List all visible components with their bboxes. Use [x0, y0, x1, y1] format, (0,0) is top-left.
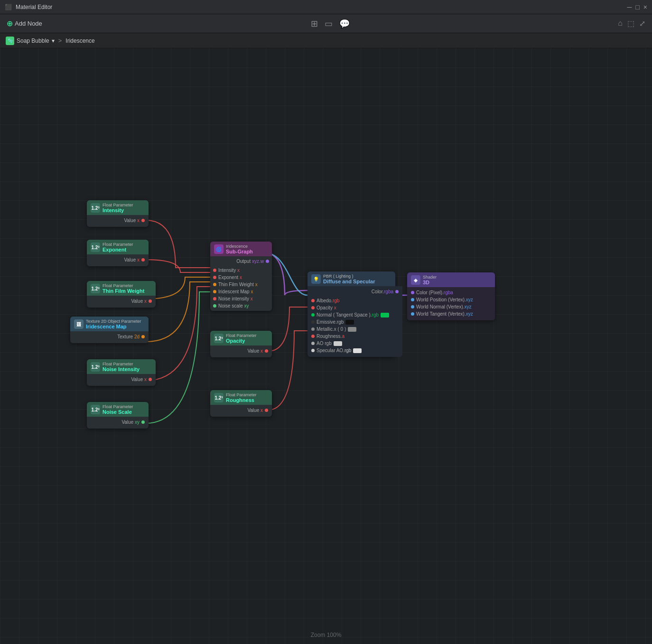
pbr-normal: Normal ( Tangent Space ).rgb [317, 312, 379, 317]
sg-input-dot-exponent [213, 276, 216, 279]
node-type-tex: Texture 2D Object Parameter [86, 319, 141, 324]
node-intensity[interactable]: 1.2³ Float Parameter Intensity Value x [87, 200, 149, 227]
shader-worldnorm: World Normal (Vertex).xyz [416, 304, 472, 309]
node-noise-scale[interactable]: 1.2³ Float Parameter Noise Scale Value x… [87, 402, 149, 429]
breadcrumb: 🫧 Soap Bubble ▾ > Iridescence [0, 33, 652, 48]
sg-input-intensity: Intensity x [218, 268, 240, 273]
sg-input-dot-intensity [213, 269, 216, 272]
port-label-ni: Value x [131, 377, 147, 382]
breadcrumb-root[interactable]: 🫧 Soap Bubble ▾ [6, 37, 55, 45]
float-param-icon-exp: 1.2³ [91, 243, 100, 252]
node-exponent[interactable]: 1.2³ Float Parameter Exponent Value x [87, 240, 149, 266]
toolbar-center: ⊞ ▭ 💬 [311, 19, 350, 29]
pbr-normal-swatch [381, 313, 389, 317]
app-icon: ⬛ [5, 4, 12, 10]
node-texture2d[interactable]: 🖼 Texture 2D Object Parameter Iridescenc… [70, 317, 149, 343]
toolbar: ⊕ Add Node ⊞ ▭ 💬 ⌂ ⬚ ⤢ [0, 14, 652, 33]
float-param-icon-op: 1.2³ [214, 334, 224, 343]
pbr-emissive-dot [311, 320, 315, 324]
node-name-rg: Roughness [226, 397, 257, 403]
comment-icon[interactable]: 💬 [339, 19, 350, 29]
minimize-icon[interactable]: ─ [627, 3, 632, 11]
pbr-albedo: Albedo.rgb [317, 298, 339, 303]
breadcrumb-root-label: Soap Bubble [17, 37, 49, 44]
plus-icon: ⊕ [7, 19, 13, 28]
node-type-exponent: Float Parameter [102, 242, 133, 247]
float-param-icon-ns: 1.2³ [91, 405, 100, 414]
toolbar-left: ⊕ Add Node [7, 19, 42, 28]
node-type-rg: Float Parameter [226, 392, 257, 397]
sg-output-dot [266, 260, 269, 263]
panel-icon[interactable]: ▭ [325, 19, 333, 29]
toolbar-right: ⌂ ⬚ ⤢ [618, 19, 645, 28]
shader-worldtan: World Tangent (Vertex).xyz [416, 311, 473, 317]
close-icon[interactable]: × [643, 3, 647, 11]
port-dot-ni [149, 378, 152, 381]
grid-icon[interactable]: ⊞ [311, 19, 318, 29]
node-roughness[interactable]: 1.2³ Float Parameter Roughness Value x [210, 390, 272, 417]
node-noise-intensity[interactable]: 1.2³ Float Parameter Noise Intensity Val… [87, 359, 156, 386]
node-type-sg: Iridescence [226, 244, 253, 249]
layout-icon[interactable]: ⬚ [627, 19, 634, 28]
node-pbr[interactable]: 💡 PBR ( Lighting ) Diffuse and Specular … [307, 271, 395, 357]
node-iridescence-sg[interactable]: 🌀 Iridescence Sub-Graph Output xyz.w Int… [210, 242, 272, 311]
pbr-opacity: Opacity x [317, 305, 336, 310]
titlebar-title: Material Editor [16, 4, 52, 10]
port-label-tex: Texture 2d [117, 334, 140, 339]
pbr-emissive: Emissive.rgb [317, 319, 344, 325]
node-name-tex: Iridescence Map [86, 324, 141, 329]
shader-worldpos-dot [411, 298, 414, 301]
pbr-icon: 💡 [311, 274, 321, 284]
breadcrumb-dropdown-icon[interactable]: ▾ [52, 37, 55, 44]
node-shader[interactable]: ◈ Shader 3D Color (Pixel).rgba World Pos… [407, 272, 495, 320]
breadcrumb-root-icon: 🫧 [6, 37, 14, 45]
node-name-intensity: Intensity [102, 207, 133, 213]
node-type-pbr: PBR ( Lighting ) [323, 274, 375, 279]
node-thin-film[interactable]: 1.2³ Float Parameter Thin Film Weight Va… [87, 281, 156, 308]
add-node-button[interactable]: ⊕ Add Node [7, 19, 42, 28]
pbr-roughness: Roughness.a [317, 334, 345, 339]
sg-output-label: Output xyz.w [236, 259, 264, 264]
pbr-output-label: Color.rgba [372, 289, 393, 294]
node-type-ns: Float Parameter [102, 404, 133, 409]
node-opacity[interactable]: 1.2³ Float Parameter Opacity Value x [210, 331, 272, 357]
port-dot-ns [141, 420, 145, 424]
port-label-intensity: Value x [124, 218, 140, 223]
node-type-ni: Float Parameter [102, 362, 140, 366]
node-name-shader: 3D [423, 280, 437, 285]
zoom-indicator: Zoom 100% [311, 632, 342, 638]
titlebar-left: ⬛ Material Editor [5, 4, 52, 10]
sg-input-tfw: Thin Film Weight x [218, 282, 258, 287]
node-name-ns: Noise Scale [102, 409, 133, 415]
shader-color: Color (Pixel).rgba [416, 290, 453, 295]
sg-input-exponent: Exponent x [218, 275, 242, 280]
texture-icon: 🖼 [74, 319, 84, 329]
sg-input-imap: Iridescent Map x [218, 289, 253, 294]
pbr-normal-dot [311, 313, 315, 317]
port-dot-intensity [141, 219, 145, 222]
node-name-exponent: Exponent [102, 247, 133, 252]
pbr-specao-swatch [353, 348, 362, 353]
expand-icon[interactable]: ⤢ [639, 19, 645, 28]
sg-input-dot-tfw [213, 283, 216, 286]
sg-input-dot-nint [213, 297, 216, 300]
pbr-roughness-dot [311, 335, 315, 338]
sg-input-nint: Noise intensity x [218, 296, 253, 301]
canvas[interactable]: 1.2³ Float Parameter Intensity Value x 1… [0, 48, 652, 644]
home-icon[interactable]: ⌂ [618, 19, 623, 28]
breadcrumb-current: Iridescence [65, 37, 94, 44]
node-type-op: Float Parameter [226, 333, 257, 338]
node-name-pbr: Diffuse and Specular [323, 279, 375, 284]
node-name-sg: Sub-Graph [226, 249, 253, 254]
titlebar-controls[interactable]: ─ □ × [627, 3, 647, 11]
shader-color-dot [411, 291, 414, 294]
shader-worldtan-dot [411, 312, 414, 316]
maximize-icon[interactable]: □ [635, 3, 639, 11]
pbr-ao: AO rgb [317, 341, 332, 346]
pbr-metallic: Metallic.x ( 0 ) [317, 327, 346, 332]
node-name-tf: Thin Film Weight [102, 288, 144, 294]
pbr-ao-swatch [334, 341, 342, 346]
iridescence-icon: 🌀 [214, 244, 224, 254]
pbr-specao-dot [311, 349, 315, 352]
node-type-tf: Float Parameter [102, 283, 144, 288]
